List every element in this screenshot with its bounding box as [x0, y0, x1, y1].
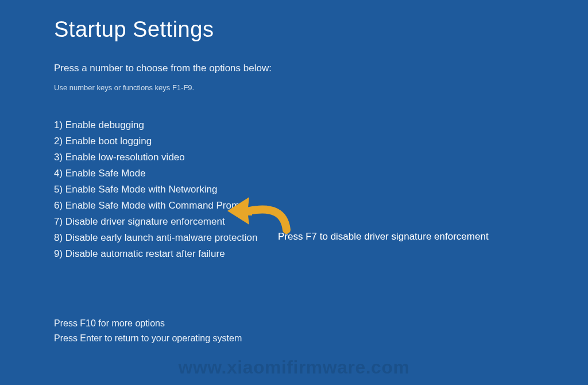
- option-3[interactable]: 3) Enable low-resolution video: [54, 149, 588, 165]
- option-5[interactable]: 5) Enable Safe Mode with Networking: [54, 182, 588, 198]
- return-text: Press Enter to return to your operating …: [54, 331, 588, 346]
- option-7[interactable]: 7) Disable driver signature enforcement: [54, 214, 588, 230]
- option-4[interactable]: 4) Enable Safe Mode: [54, 165, 588, 182]
- option-6[interactable]: 6) Enable Safe Mode with Command Prompt: [54, 198, 588, 214]
- option-9[interactable]: 9) Disable automatic restart after failu…: [54, 246, 588, 262]
- watermark-text: www.xiaomifirmware.com: [179, 357, 410, 378]
- footer-instructions: Press F10 for more options Press Enter t…: [54, 316, 588, 346]
- sub-instruction-text: Use number keys or functions keys F1-F9.: [54, 83, 588, 92]
- more-options-text: Press F10 for more options: [54, 316, 588, 331]
- option-2[interactable]: 2) Enable boot logging: [54, 133, 588, 149]
- annotation-label: Press F7 to disable driver signature enf…: [278, 231, 489, 242]
- option-1[interactable]: 1) Enable debugging: [54, 117, 588, 133]
- instruction-text: Press a number to choose from the option…: [54, 63, 588, 74]
- page-title: Startup Settings: [54, 17, 588, 42]
